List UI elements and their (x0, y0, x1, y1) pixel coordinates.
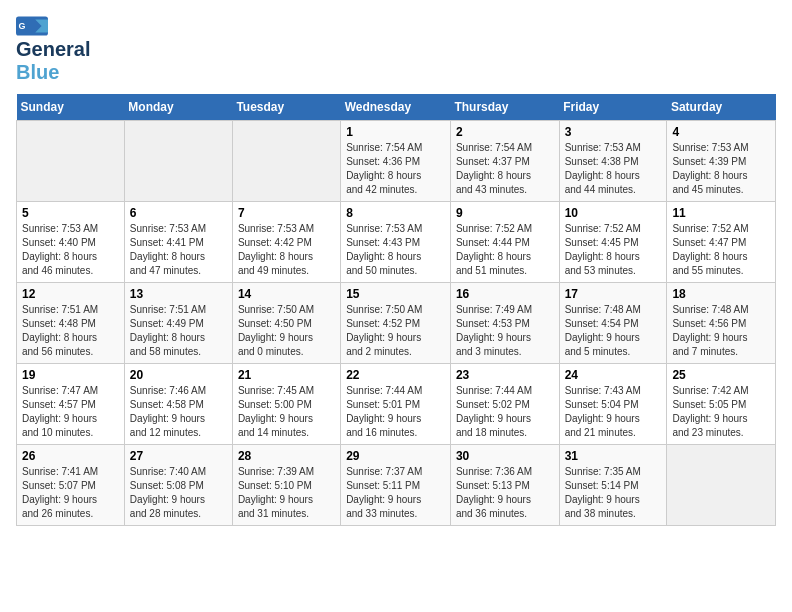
day-info: Sunrise: 7:52 AM Sunset: 4:47 PM Dayligh… (672, 222, 770, 278)
day-number: 30 (456, 449, 554, 463)
day-info: Sunrise: 7:35 AM Sunset: 5:14 PM Dayligh… (565, 465, 662, 521)
calendar-cell: 22Sunrise: 7:44 AM Sunset: 5:01 PM Dayli… (341, 364, 451, 445)
logo: G General Blue (16, 16, 90, 84)
calendar-cell: 17Sunrise: 7:48 AM Sunset: 4:54 PM Dayli… (559, 283, 667, 364)
day-number: 7 (238, 206, 335, 220)
day-info: Sunrise: 7:50 AM Sunset: 4:52 PM Dayligh… (346, 303, 445, 359)
day-number: 2 (456, 125, 554, 139)
calendar-cell (232, 121, 340, 202)
calendar-cell: 16Sunrise: 7:49 AM Sunset: 4:53 PM Dayli… (450, 283, 559, 364)
calendar-cell: 2Sunrise: 7:54 AM Sunset: 4:37 PM Daylig… (450, 121, 559, 202)
day-info: Sunrise: 7:44 AM Sunset: 5:01 PM Dayligh… (346, 384, 445, 440)
day-number: 28 (238, 449, 335, 463)
day-number: 17 (565, 287, 662, 301)
calendar-cell: 4Sunrise: 7:53 AM Sunset: 4:39 PM Daylig… (667, 121, 776, 202)
day-info: Sunrise: 7:53 AM Sunset: 4:39 PM Dayligh… (672, 141, 770, 197)
calendar-cell: 10Sunrise: 7:52 AM Sunset: 4:45 PM Dayli… (559, 202, 667, 283)
day-number: 31 (565, 449, 662, 463)
page-header: G General Blue (16, 16, 776, 84)
day-info: Sunrise: 7:53 AM Sunset: 4:41 PM Dayligh… (130, 222, 227, 278)
day-info: Sunrise: 7:50 AM Sunset: 4:50 PM Dayligh… (238, 303, 335, 359)
calendar-cell: 5Sunrise: 7:53 AM Sunset: 4:40 PM Daylig… (17, 202, 125, 283)
calendar-cell: 3Sunrise: 7:53 AM Sunset: 4:38 PM Daylig… (559, 121, 667, 202)
weekday-header-friday: Friday (559, 94, 667, 121)
day-number: 1 (346, 125, 445, 139)
weekday-header-monday: Monday (124, 94, 232, 121)
calendar-cell (124, 121, 232, 202)
calendar-header: SundayMondayTuesdayWednesdayThursdayFrid… (17, 94, 776, 121)
calendar-cell: 21Sunrise: 7:45 AM Sunset: 5:00 PM Dayli… (232, 364, 340, 445)
day-info: Sunrise: 7:45 AM Sunset: 5:00 PM Dayligh… (238, 384, 335, 440)
day-number: 20 (130, 368, 227, 382)
day-number: 19 (22, 368, 119, 382)
day-info: Sunrise: 7:47 AM Sunset: 4:57 PM Dayligh… (22, 384, 119, 440)
day-info: Sunrise: 7:53 AM Sunset: 4:42 PM Dayligh… (238, 222, 335, 278)
day-number: 13 (130, 287, 227, 301)
day-number: 26 (22, 449, 119, 463)
logo-icon: G (16, 16, 48, 36)
calendar-cell: 9Sunrise: 7:52 AM Sunset: 4:44 PM Daylig… (450, 202, 559, 283)
calendar-cell: 28Sunrise: 7:39 AM Sunset: 5:10 PM Dayli… (232, 445, 340, 526)
day-info: Sunrise: 7:54 AM Sunset: 4:36 PM Dayligh… (346, 141, 445, 197)
calendar-week-1: 1Sunrise: 7:54 AM Sunset: 4:36 PM Daylig… (17, 121, 776, 202)
day-info: Sunrise: 7:46 AM Sunset: 4:58 PM Dayligh… (130, 384, 227, 440)
calendar-cell: 24Sunrise: 7:43 AM Sunset: 5:04 PM Dayli… (559, 364, 667, 445)
day-number: 14 (238, 287, 335, 301)
day-info: Sunrise: 7:44 AM Sunset: 5:02 PM Dayligh… (456, 384, 554, 440)
day-info: Sunrise: 7:51 AM Sunset: 4:49 PM Dayligh… (130, 303, 227, 359)
calendar-cell (17, 121, 125, 202)
calendar-week-2: 5Sunrise: 7:53 AM Sunset: 4:40 PM Daylig… (17, 202, 776, 283)
day-number: 27 (130, 449, 227, 463)
calendar-cell: 6Sunrise: 7:53 AM Sunset: 4:41 PM Daylig… (124, 202, 232, 283)
calendar-cell: 11Sunrise: 7:52 AM Sunset: 4:47 PM Dayli… (667, 202, 776, 283)
calendar-cell: 25Sunrise: 7:42 AM Sunset: 5:05 PM Dayli… (667, 364, 776, 445)
calendar-body: 1Sunrise: 7:54 AM Sunset: 4:36 PM Daylig… (17, 121, 776, 526)
day-number: 10 (565, 206, 662, 220)
day-number: 24 (565, 368, 662, 382)
day-number: 9 (456, 206, 554, 220)
day-info: Sunrise: 7:53 AM Sunset: 4:43 PM Dayligh… (346, 222, 445, 278)
day-number: 23 (456, 368, 554, 382)
calendar-week-4: 19Sunrise: 7:47 AM Sunset: 4:57 PM Dayli… (17, 364, 776, 445)
calendar-week-3: 12Sunrise: 7:51 AM Sunset: 4:48 PM Dayli… (17, 283, 776, 364)
day-number: 25 (672, 368, 770, 382)
day-info: Sunrise: 7:39 AM Sunset: 5:10 PM Dayligh… (238, 465, 335, 521)
day-info: Sunrise: 7:37 AM Sunset: 5:11 PM Dayligh… (346, 465, 445, 521)
day-number: 3 (565, 125, 662, 139)
day-info: Sunrise: 7:42 AM Sunset: 5:05 PM Dayligh… (672, 384, 770, 440)
day-number: 8 (346, 206, 445, 220)
calendar-week-5: 26Sunrise: 7:41 AM Sunset: 5:07 PM Dayli… (17, 445, 776, 526)
day-number: 15 (346, 287, 445, 301)
day-info: Sunrise: 7:48 AM Sunset: 4:54 PM Dayligh… (565, 303, 662, 359)
day-number: 12 (22, 287, 119, 301)
day-info: Sunrise: 7:52 AM Sunset: 4:45 PM Dayligh… (565, 222, 662, 278)
calendar-cell: 14Sunrise: 7:50 AM Sunset: 4:50 PM Dayli… (232, 283, 340, 364)
weekday-header-wednesday: Wednesday (341, 94, 451, 121)
calendar-cell: 26Sunrise: 7:41 AM Sunset: 5:07 PM Dayli… (17, 445, 125, 526)
logo-general: General (16, 38, 90, 61)
calendar-cell (667, 445, 776, 526)
day-info: Sunrise: 7:43 AM Sunset: 5:04 PM Dayligh… (565, 384, 662, 440)
calendar-cell: 12Sunrise: 7:51 AM Sunset: 4:48 PM Dayli… (17, 283, 125, 364)
day-number: 16 (456, 287, 554, 301)
weekday-header-thursday: Thursday (450, 94, 559, 121)
day-number: 22 (346, 368, 445, 382)
day-info: Sunrise: 7:36 AM Sunset: 5:13 PM Dayligh… (456, 465, 554, 521)
day-number: 4 (672, 125, 770, 139)
weekday-header-saturday: Saturday (667, 94, 776, 121)
calendar-cell: 1Sunrise: 7:54 AM Sunset: 4:36 PM Daylig… (341, 121, 451, 202)
logo-blue: Blue (16, 61, 59, 84)
calendar-table: SundayMondayTuesdayWednesdayThursdayFrid… (16, 94, 776, 526)
calendar-cell: 13Sunrise: 7:51 AM Sunset: 4:49 PM Dayli… (124, 283, 232, 364)
day-info: Sunrise: 7:54 AM Sunset: 4:37 PM Dayligh… (456, 141, 554, 197)
day-number: 6 (130, 206, 227, 220)
svg-text:G: G (19, 21, 26, 31)
day-info: Sunrise: 7:48 AM Sunset: 4:56 PM Dayligh… (672, 303, 770, 359)
day-info: Sunrise: 7:41 AM Sunset: 5:07 PM Dayligh… (22, 465, 119, 521)
day-number: 18 (672, 287, 770, 301)
day-info: Sunrise: 7:52 AM Sunset: 4:44 PM Dayligh… (456, 222, 554, 278)
day-info: Sunrise: 7:53 AM Sunset: 4:40 PM Dayligh… (22, 222, 119, 278)
weekday-header-tuesday: Tuesday (232, 94, 340, 121)
weekday-header-sunday: Sunday (17, 94, 125, 121)
calendar-cell: 8Sunrise: 7:53 AM Sunset: 4:43 PM Daylig… (341, 202, 451, 283)
